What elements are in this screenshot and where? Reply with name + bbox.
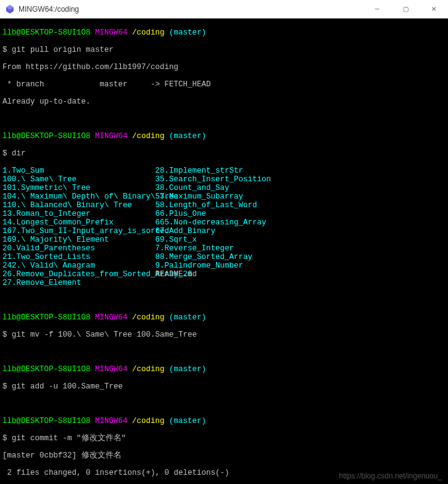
dir-row: 242.\ Valid\ Anagram9.Palindrome_Number (2, 261, 446, 270)
maximize-button[interactable]: ▢ (391, 0, 420, 18)
dir-entry: 7.Reverse_Integer (156, 244, 234, 253)
prompt-line: llb@DESKTOP-S8UI1O8 MINGW64 /coding (mas… (2, 132, 446, 141)
dir-entry: 665.Non-decreasing_Array (156, 218, 267, 227)
output-line: Already up-to-date. (2, 97, 446, 106)
prompt-line: llb@DESKTOP-S8UI1O8 MINGW64 /coding (mas… (2, 28, 446, 37)
command-line: $ git add -u 100.Same_Tree (2, 382, 446, 391)
dir-entry: 28.Implement_strStr (156, 166, 244, 175)
command-line: $ git pull origin master (2, 46, 446, 54)
dir-entry: 100.\ Same\ Tree (2, 175, 156, 184)
dir-row: 27.Remove_Element (2, 279, 446, 287)
dir-entry: 26.Remove_Duplicates_from_Sorted_Array_2… (2, 270, 156, 279)
dir-row: 21.Two_Sorted_Lists88.Merge_Sorted_Array (2, 253, 446, 261)
blank-line (2, 296, 446, 305)
dir-entry: 104.\ Maximum\ Depth\ of\ Binary\ Tree (2, 192, 156, 201)
dir-entry: 242.\ Valid\ Anagram (2, 261, 156, 270)
dir-entry: 101.Symmetric\ Tree (2, 184, 156, 192)
dir-entry: 27.Remove_Element (2, 279, 156, 287)
window-buttons: ─ ▢ ✕ (363, 0, 448, 18)
dir-entry: 20.Valid_Parentheses (2, 244, 156, 253)
dir-entry: 67.Add_Binary (156, 227, 216, 236)
prompt-line: llb@DESKTOP-S8UI1O8 MINGW64 /coding (mas… (2, 365, 446, 374)
dir-entry: 21.Two_Sorted_Lists (2, 253, 156, 261)
dir-entry: 38.Count_and_Say (156, 184, 230, 192)
dir-entry: 14.Longest_Common_Prefix (2, 218, 156, 227)
close-button[interactable]: ✕ (420, 0, 448, 18)
dir-entry: 35.Search_Insert_Position (156, 175, 272, 184)
dir-row: 26.Remove_Duplicates_from_Sorted_Array_2… (2, 270, 446, 279)
dir-row: 104.\ Maximum\ Depth\ of\ Binary\ Tree53… (2, 192, 446, 201)
dir-row: 169.\ Majority\ Element69.Sqrt_x (2, 236, 446, 244)
dir-entry: 53.Maximum_Subarray (156, 192, 244, 201)
dir-row: 167.Two_Sum_II-Input_array_is_sorted67.A… (2, 227, 446, 236)
dir-entry: 58.Length_of_Last_Word (156, 201, 257, 210)
blank-line (2, 400, 446, 408)
dir-entry: README.md (156, 270, 197, 279)
prompt-line: llb@DESKTOP-S8UI1O8 MINGW64 /coding (mas… (2, 313, 446, 322)
dir-entry: 66.Plus_One (156, 210, 207, 218)
dir-row: 101.Symmetric\ Tree38.Count_and_Say (2, 184, 446, 192)
dir-entry: 88.Merge_Sorted_Array (156, 253, 253, 261)
window-title: MINGW64:/coding (19, 5, 363, 14)
dir-entry: 110.\ Balanced\ Binary\ Tree (2, 201, 156, 210)
command-line: $ dir (2, 149, 446, 158)
blank-line (2, 115, 446, 123)
dir-listing: 1.Two_Sum28.Implement_strStr100.\ Same\ … (2, 166, 446, 287)
dir-row: 13.Roman_to_Integer66.Plus_One (2, 210, 446, 218)
output-line: * branch master -> FETCH_HEAD (2, 80, 446, 89)
prompt-line: llb@DESKTOP-S8UI1O8 MINGW64 /coding (mas… (2, 417, 446, 425)
dir-entry: 69.Sqrt_x (156, 236, 197, 244)
dir-entry: 169.\ Majority\ Element (2, 236, 156, 244)
output-line: From https://github.com/llb1997/coding (2, 63, 446, 72)
minimize-button[interactable]: ─ (363, 0, 391, 18)
output-line: [master 0cbbf32] 修改文件名 (2, 451, 446, 460)
titlebar: MINGW64:/coding ─ ▢ ✕ (0, 0, 448, 18)
dir-entry: 13.Roman_to_Integer (2, 210, 156, 218)
command-line: $ git mv -f 100.\ Same\ Tree 100.Same_Tr… (2, 330, 446, 339)
blank-line (2, 348, 446, 356)
dir-row: 110.\ Balanced\ Binary\ Tree58.Length_of… (2, 201, 446, 210)
terminal[interactable]: llb@DESKTOP-S8UI1O8 MINGW64 /coding (mas… (0, 18, 448, 484)
dir-row: 1.Two_Sum28.Implement_strStr (2, 166, 446, 175)
dir-entry: 1.Two_Sum (2, 166, 156, 175)
dir-row: 14.Longest_Common_Prefix665.Non-decreasi… (2, 218, 446, 227)
dir-row: 20.Valid_Parentheses7.Reverse_Integer (2, 244, 446, 253)
dir-entry: 9.Palindrome_Number (156, 261, 244, 270)
app-icon (5, 4, 15, 14)
dir-row: 100.\ Same\ Tree35.Search_Insert_Positio… (2, 175, 446, 184)
output-line: 2 files changed, 0 insertions(+), 0 dele… (2, 469, 446, 477)
command-line: $ git commit -m "修改文件名" (2, 434, 446, 443)
dir-entry: 167.Two_Sum_II-Input_array_is_sorted (2, 227, 156, 236)
